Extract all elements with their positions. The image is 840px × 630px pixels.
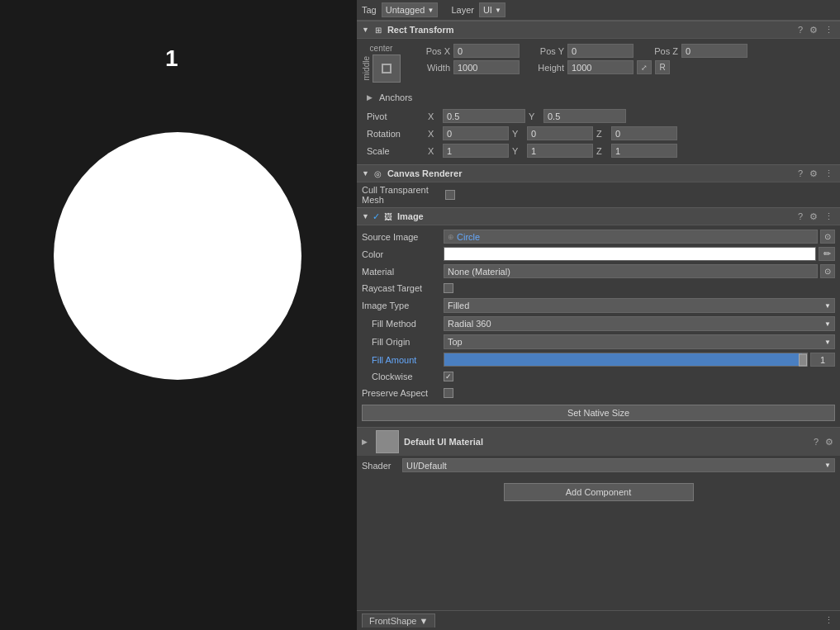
anchors-label: Anchors <box>379 92 412 102</box>
source-image-text: Circle <box>457 232 480 242</box>
image-type-dropdown[interactable]: Filled ▼ <box>444 298 835 313</box>
raycast-checkbox[interactable] <box>444 283 453 293</box>
resize-icon-btn[interactable]: ⤢ <box>637 60 652 74</box>
inspector-panel: Tag Untagged ▼ Layer UI ▼ ▼ ⊞ Rect Trans… <box>357 0 840 630</box>
add-component-button[interactable]: Add Component <box>504 483 694 501</box>
raycast-value-container <box>444 283 835 293</box>
image-settings-btn[interactable]: ⚙ <box>808 211 819 222</box>
scene-circle <box>54 132 301 380</box>
size-row: Width Height ⤢ R <box>409 60 835 74</box>
rot-x-label: X <box>428 129 439 139</box>
material-label: Material <box>362 267 440 277</box>
height-label: Height <box>523 63 564 73</box>
scene-view: 1 <box>0 0 357 630</box>
material-body: Shader UI/Default ▼ <box>357 456 840 475</box>
anchor-widget-row: middle <box>362 54 401 83</box>
image-section-header[interactable]: ▼ ✓ 🖼 Image ? ⚙ ⋮ <box>357 207 840 225</box>
fill-origin-dropdown[interactable]: Top ▼ <box>444 334 835 349</box>
image-type-text: Filled <box>448 301 469 310</box>
rot-z-input[interactable] <box>611 126 677 140</box>
rect-transform-settings-btn[interactable]: ⚙ <box>808 25 819 36</box>
fill-origin-value-container: Top ▼ <box>444 334 835 349</box>
rot-y-input[interactable] <box>527 126 593 140</box>
scale-z-label: Z <box>596 146 608 156</box>
source-image-row: Source Image ⊕ Circle ⊙ <box>357 228 840 245</box>
shader-dropdown[interactable]: UI/Default ▼ <box>402 458 835 472</box>
rect-transform-more-btn[interactable]: ⋮ <box>823 25 835 36</box>
scale-y-input[interactable] <box>527 144 593 158</box>
pivot-x-input[interactable] <box>443 109 525 123</box>
rect-transform-title: Rect Transform <box>387 25 796 35</box>
layer-dropdown[interactable]: UI ▼ <box>479 2 505 17</box>
canvas-renderer-more-btn[interactable]: ⋮ <box>823 168 835 179</box>
pivot-y-input[interactable] <box>543 109 626 123</box>
rot-x-input[interactable] <box>443 126 509 140</box>
canvas-renderer-help-btn[interactable]: ? <box>796 168 804 178</box>
fill-method-dropdown[interactable]: Radial 360 ▼ <box>444 316 835 331</box>
source-image-label: Source Image <box>362 232 440 242</box>
image-collapse-arrow: ▼ <box>362 212 369 220</box>
fill-amount-input[interactable] <box>810 353 835 367</box>
top-bar: Tag Untagged ▼ Layer UI ▼ <box>357 0 840 21</box>
height-input[interactable] <box>567 60 634 74</box>
bottom-tab-more-btn[interactable]: ⋮ <box>823 615 835 626</box>
fill-amount-row: Fill Amount <box>357 351 840 368</box>
color-value-container: ✏ <box>444 247 835 261</box>
shader-value: UI/Default <box>406 461 447 471</box>
preserve-aspect-checkbox[interactable] <box>444 388 453 398</box>
front-shape-tab[interactable]: FrontShape ▼ <box>362 613 435 628</box>
source-image-field[interactable]: ⊕ Circle <box>444 230 818 244</box>
cull-row: Cull Transparent Mesh <box>357 182 840 207</box>
canvas-renderer-section: ▼ ◎ Canvas Renderer ? ⚙ ⋮ Cull Transpare… <box>357 164 840 207</box>
clockwise-label: Clockwise <box>362 372 440 381</box>
rect-transform-header[interactable]: ▼ ⊞ Rect Transform ? ⚙ ⋮ <box>357 21 840 39</box>
clockwise-checkbox[interactable] <box>444 372 453 381</box>
r-button[interactable]: R <box>655 60 670 74</box>
scale-z-input[interactable] <box>611 144 677 158</box>
rect-transform-help-btn[interactable]: ? <box>796 25 804 35</box>
canvas-renderer-settings-btn[interactable]: ⚙ <box>808 168 819 179</box>
pos-z-input[interactable] <box>681 44 747 58</box>
image-more-btn[interactable]: ⋮ <box>823 211 835 222</box>
canvas-renderer-icon: ◎ <box>373 168 384 179</box>
pivot-row: Pivot X Y <box>362 107 835 125</box>
tag-dropdown[interactable]: Untagged ▼ <box>382 2 439 17</box>
pos-y-input[interactable] <box>567 44 634 58</box>
pos-x-input[interactable] <box>453 44 520 58</box>
pos-z-label: Pos Z <box>637 46 678 56</box>
fill-origin-arrow: ▼ <box>824 339 831 346</box>
shader-label: Shader <box>362 461 399 471</box>
cull-checkbox[interactable] <box>445 190 455 200</box>
anchors-section: ▶ Anchors <box>362 88 835 107</box>
preserve-aspect-label: Preserve Aspect <box>362 388 440 398</box>
width-input[interactable] <box>453 60 520 74</box>
pos-y-label: Pos Y <box>523 46 564 56</box>
set-native-size-btn[interactable]: Set Native Size <box>362 405 835 421</box>
material-field[interactable]: None (Material) <box>444 264 818 278</box>
fill-method-label: Fill Method <box>362 319 440 329</box>
color-field[interactable] <box>444 247 816 261</box>
source-image-select-btn[interactable]: ⊙ <box>820 230 835 244</box>
material-expand-arrow[interactable]: ▶ <box>362 438 368 446</box>
scale-x-input[interactable] <box>443 144 509 158</box>
anchors-toggle[interactable]: ▶ Anchors <box>367 91 830 104</box>
image-enable-check[interactable]: ✓ <box>373 211 380 222</box>
color-row: Color ✏ <box>357 245 840 263</box>
image-help-btn[interactable]: ? <box>796 211 804 221</box>
color-edit-btn[interactable]: ✏ <box>819 247 835 261</box>
anchor-row: center middle Pos X Pos Y Pos Z <box>362 44 835 83</box>
canvas-renderer-header[interactable]: ▼ ◎ Canvas Renderer ? ⚙ ⋮ <box>357 164 840 182</box>
pos-row: Pos X Pos Y Pos Z <box>409 44 835 58</box>
slider-fill <box>444 353 802 366</box>
raycast-label: Raycast Target <box>362 283 440 293</box>
anchor-widget[interactable] <box>373 54 401 83</box>
rect-transform-actions: ? ⚙ ⋮ <box>796 25 835 36</box>
tag-dropdown-arrow: ▼ <box>427 7 434 14</box>
material-select-btn[interactable]: ⊙ <box>820 264 835 278</box>
material-value-container: None (Material) ⊙ <box>444 264 835 278</box>
fill-amount-slider[interactable] <box>444 353 808 367</box>
material-component-header: ▶ Default UI Material ? ⚙ <box>357 428 840 456</box>
material-help-btn[interactable]: ? <box>812 437 820 447</box>
material-settings-btn[interactable]: ⚙ <box>823 437 835 448</box>
bottom-tab-arrow: ▼ <box>419 616 428 626</box>
